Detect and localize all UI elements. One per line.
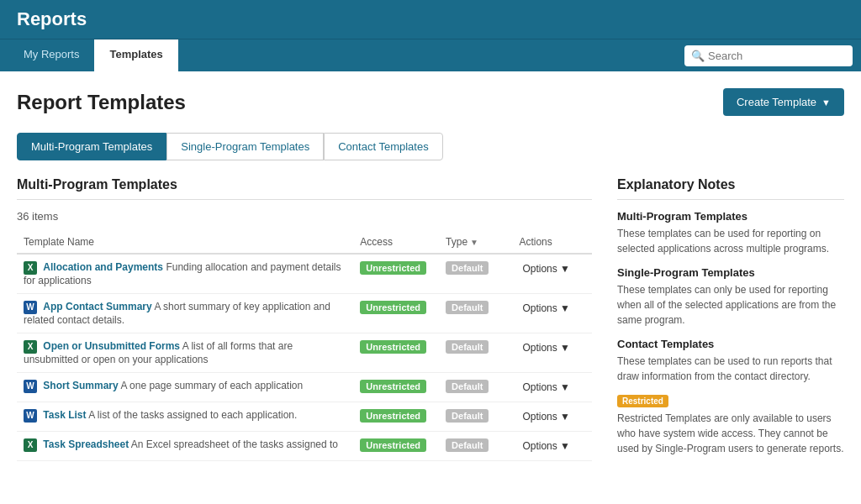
access-cell: Unrestricted	[353, 373, 439, 402]
caret-icon: ▼	[821, 97, 831, 108]
template-desc: A list of the tasks assigned to each app…	[88, 409, 297, 421]
type-badge: Default	[446, 340, 489, 354]
table-row: W Task List A list of the tasks assigned…	[17, 402, 592, 432]
actions-cell: Options ▼	[512, 432, 592, 461]
notes-title: Explanatory Notes	[617, 177, 844, 200]
app-title: Reports	[17, 8, 87, 30]
template-icon: X	[24, 261, 37, 275]
access-cell: Unrestricted	[353, 254, 439, 294]
type-badge: Default	[446, 380, 489, 393]
access-badge: Unrestricted	[360, 380, 426, 393]
template-name-cell: X Allocation and Payments Funding alloca…	[17, 254, 353, 294]
actions-cell: Options ▼	[512, 254, 592, 294]
options-button[interactable]: Options ▼	[519, 409, 573, 424]
note-multi-program: Multi-Program Templates These templates …	[617, 210, 844, 256]
template-icon: W	[24, 301, 37, 314]
table-row: X Allocation and Payments Funding alloca…	[17, 254, 592, 294]
access-badge: Unrestricted	[360, 261, 426, 275]
note-single-program: Single-Program Templates These templates…	[617, 266, 844, 328]
access-badge: Unrestricted	[360, 438, 426, 452]
access-cell: Unrestricted	[353, 333, 439, 373]
access-cell: Unrestricted	[353, 402, 439, 432]
table-row: W Short Summary A one page summary of ea…	[17, 373, 592, 402]
table-row: W App Contact Summary A short summary of…	[17, 294, 592, 333]
search-icon: 🔍	[691, 50, 705, 62]
template-icon: X	[24, 438, 37, 452]
type-cell: Default	[439, 294, 512, 333]
type-badge: Default	[446, 301, 489, 314]
access-cell: Unrestricted	[353, 294, 439, 333]
type-badge: Default	[446, 261, 489, 275]
items-count: 36 items	[17, 210, 592, 223]
table-row: X Open or Unsubmitted Forms A list of al…	[17, 333, 592, 373]
access-cell: Unrestricted	[353, 432, 439, 461]
right-panel: Explanatory Notes Multi-Program Template…	[617, 177, 844, 466]
access-badge: Unrestricted	[360, 301, 426, 314]
type-badge: Default	[446, 409, 489, 423]
nav-tab-my-reports[interactable]: My Reports	[8, 39, 94, 71]
col-header-access: Access	[353, 231, 439, 254]
main-layout: Multi-Program Templates 36 items Templat…	[17, 177, 844, 466]
type-cell: Default	[439, 373, 512, 402]
search-input[interactable]	[684, 45, 853, 66]
sub-tabs: Multi-Program Templates Single-Program T…	[17, 133, 844, 160]
left-panel: Multi-Program Templates 36 items Templat…	[17, 177, 592, 466]
template-desc: A one page summary of each application	[120, 380, 303, 391]
restricted-badge: Restricted	[617, 395, 668, 407]
sort-icon: ▼	[470, 238, 478, 247]
template-link[interactable]: App Contact Summary	[43, 301, 151, 312]
options-button[interactable]: Options ▼	[519, 438, 573, 454]
col-header-type[interactable]: Type ▼	[439, 231, 512, 254]
template-name-cell: W Task List A list of the tasks assigned…	[17, 402, 353, 432]
sub-tab-contact[interactable]: Contact Templates	[324, 133, 442, 160]
actions-cell: Options ▼	[512, 294, 592, 333]
template-icon: W	[24, 380, 37, 393]
template-desc: An Excel spreadsheet of the tasks assign…	[131, 438, 338, 450]
table-row: X Task Spreadsheet An Excel spreadsheet …	[17, 432, 592, 461]
section-title: Multi-Program Templates	[17, 177, 592, 200]
nav-bar: My Reports Templates 🔍	[0, 39, 861, 71]
template-name-cell: W Short Summary A one page summary of ea…	[17, 373, 353, 402]
options-button[interactable]: Options ▼	[519, 340, 573, 355]
template-name-cell: X Task Spreadsheet An Excel spreadsheet …	[17, 432, 353, 461]
options-button[interactable]: Options ▼	[519, 301, 573, 316]
template-link[interactable]: Short Summary	[43, 380, 118, 391]
template-icon: X	[24, 340, 37, 354]
note-restricted: Restricted Restricted Templates are only…	[617, 394, 844, 456]
template-link[interactable]: Task List	[43, 409, 86, 421]
create-template-button[interactable]: Create Template ▼	[723, 88, 844, 116]
type-cell: Default	[439, 254, 512, 294]
type-cell: Default	[439, 402, 512, 432]
sub-tab-multi-program[interactable]: Multi-Program Templates	[17, 133, 166, 160]
template-name-cell: W App Contact Summary A short summary of…	[17, 294, 353, 333]
note-contact: Contact Templates These templates can be…	[617, 338, 844, 384]
template-table: Template Name Access Type ▼ Actions X Al…	[17, 231, 592, 461]
template-link[interactable]: Task Spreadsheet	[43, 438, 129, 450]
access-badge: Unrestricted	[360, 409, 426, 423]
template-link[interactable]: Allocation and Payments	[43, 261, 163, 273]
options-button[interactable]: Options ▼	[519, 261, 573, 276]
page-content: Report Templates Create Template ▼ Multi…	[0, 71, 861, 483]
actions-cell: Options ▼	[512, 333, 592, 373]
template-icon: W	[24, 409, 37, 423]
type-cell: Default	[439, 333, 512, 373]
template-link[interactable]: Open or Unsubmitted Forms	[43, 340, 180, 352]
template-name-cell: X Open or Unsubmitted Forms A list of al…	[17, 333, 353, 373]
type-cell: Default	[439, 432, 512, 461]
header: Reports	[0, 0, 861, 39]
access-badge: Unrestricted	[360, 340, 426, 354]
col-header-actions: Actions	[512, 231, 592, 254]
page-header: Report Templates Create Template ▼	[17, 88, 844, 116]
actions-cell: Options ▼	[512, 402, 592, 432]
page-title: Report Templates	[17, 91, 186, 114]
nav-search-area: 🔍	[684, 45, 853, 66]
options-button[interactable]: Options ▼	[519, 380, 573, 395]
sub-tab-single-program[interactable]: Single-Program Templates	[166, 133, 324, 160]
type-badge: Default	[446, 438, 489, 452]
col-header-name: Template Name	[17, 231, 353, 254]
actions-cell: Options ▼	[512, 373, 592, 402]
nav-tab-templates[interactable]: Templates	[94, 39, 177, 71]
